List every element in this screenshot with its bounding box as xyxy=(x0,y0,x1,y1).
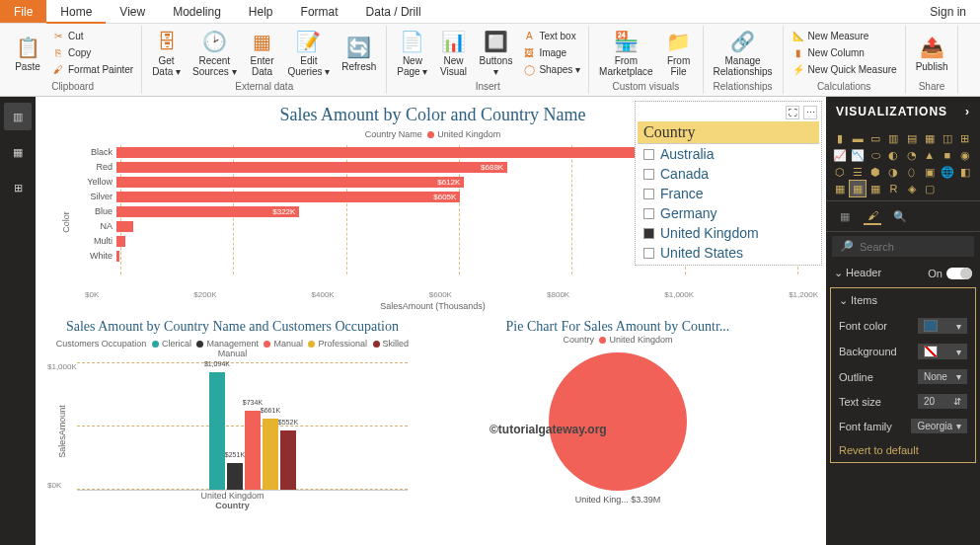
viz-type-icon[interactable]: ⬡ xyxy=(832,164,848,180)
report-view-button[interactable]: ▥ xyxy=(4,103,32,130)
cut-button[interactable]: ✂Cut xyxy=(49,28,135,43)
slicer-item[interactable]: United States xyxy=(638,243,819,263)
textsize-input[interactable]: 20⇵ xyxy=(918,394,967,409)
slicer-focus-icon[interactable]: ⛶ xyxy=(786,106,799,119)
file-menu[interactable]: File xyxy=(0,0,46,23)
new-page-button[interactable]: 📄New Page ▾ xyxy=(393,26,431,79)
viz-type-icon[interactable]: ▦ xyxy=(922,130,938,146)
quick-measure-button[interactable]: ⚡New Quick Measure xyxy=(790,61,899,77)
viz-type-icon[interactable]: ■ xyxy=(940,147,955,163)
insert-group-label: Insert xyxy=(393,79,582,94)
viz-type-icon[interactable]: ▣ xyxy=(922,164,938,180)
slicer-more-icon[interactable]: ⋯ xyxy=(803,106,817,119)
viz-type-icon[interactable]: ◉ xyxy=(957,147,973,163)
viz-type-icon[interactable]: ⬭ xyxy=(867,147,883,163)
viz-type-icon[interactable]: ▬ xyxy=(850,130,866,146)
search-input[interactable] xyxy=(860,241,980,253)
revert-default-link[interactable]: Revert to default xyxy=(831,438,975,462)
viz-type-icon[interactable]: ⬢ xyxy=(867,164,883,180)
viz-type-icon[interactable]: ⊞ xyxy=(957,130,973,146)
analytics-tab[interactable]: 🔍 xyxy=(891,207,909,225)
copy-button[interactable]: ⎘Copy xyxy=(49,44,135,60)
slicer-item[interactable]: France xyxy=(638,184,819,203)
model-view-button[interactable]: ⊞ xyxy=(4,174,32,201)
new-column-button[interactable]: ▮New Column xyxy=(790,44,899,60)
header-section[interactable]: ⌄ HeaderOn xyxy=(826,261,980,285)
report-canvas[interactable]: Sales Amount by Color and Country Name C… xyxy=(36,97,826,545)
viz-type-icon[interactable]: ▦ xyxy=(867,181,883,196)
bar-label: NA xyxy=(83,221,116,231)
country-slicer[interactable]: ⛶ ⋯ Country AustraliaCanadaFranceGermany… xyxy=(635,101,822,266)
viz-type-icon[interactable]: ◐ xyxy=(885,147,901,163)
viz-type-icon[interactable]: R xyxy=(885,181,901,196)
get-data-button[interactable]: 🗄Get Data ▾ xyxy=(148,26,185,79)
viz-type-icon[interactable]: ▥ xyxy=(885,130,901,146)
from-file-button[interactable]: 📁From File xyxy=(661,26,697,79)
fields-tab[interactable]: ▦ xyxy=(836,207,854,225)
viz-type-icon[interactable] xyxy=(957,181,973,196)
chart2[interactable]: Sales Amount by Country Name and Custome… xyxy=(47,319,417,516)
image-icon: 🖼 xyxy=(522,45,536,59)
help-tab[interactable]: Help xyxy=(235,1,287,23)
recent-sources-button[interactable]: 🕑Recent Sources ▾ xyxy=(188,26,240,79)
format-tab-viz[interactable]: 🖌 xyxy=(864,207,881,225)
viz-type-icon[interactable]: ☰ xyxy=(850,164,866,180)
slicer-item[interactable]: Australia xyxy=(638,144,819,164)
fontfamily-select[interactable]: Georgia▾ xyxy=(911,419,967,433)
enter-data-button[interactable]: ▦Enter Data xyxy=(245,26,280,79)
chart-icon: 📊 xyxy=(439,28,467,55)
home-tab[interactable]: Home xyxy=(46,1,106,23)
viz-type-icon[interactable]: ▲ xyxy=(922,147,938,163)
viz-type-icon[interactable]: ▭ xyxy=(867,130,883,146)
slicer-item[interactable]: United Kingdom xyxy=(638,223,819,243)
viz-type-icon[interactable]: ◧ xyxy=(957,164,973,180)
bar-fill xyxy=(116,236,125,247)
chart3[interactable]: Pie Chart For Sales Amount by Countr... … xyxy=(417,319,818,516)
viz-type-icon[interactable] xyxy=(940,181,955,196)
format-painter-button[interactable]: 🖌Format Painter xyxy=(49,61,135,77)
model-icon: ⊞ xyxy=(14,182,23,195)
manage-relationships-button[interactable]: 🔗Manage Relationships xyxy=(710,26,777,79)
items-section[interactable]: ⌄ Items xyxy=(831,288,975,313)
signin-link[interactable]: Sign in xyxy=(916,1,980,23)
paste-button[interactable]: 📋Paste xyxy=(10,32,45,74)
image-button[interactable]: 🖼Image xyxy=(520,44,582,60)
header-toggle[interactable] xyxy=(946,268,972,279)
outline-select[interactable]: None▾ xyxy=(918,369,967,384)
buttons-button[interactable]: 🔲Buttons ▾ xyxy=(475,26,516,79)
new-visual-button[interactable]: 📊New Visual xyxy=(435,26,471,79)
viz-type-icon[interactable]: ▢ xyxy=(922,181,938,196)
bar-fill: $605K xyxy=(116,192,460,202)
viz-type-icon[interactable]: ◫ xyxy=(940,130,955,146)
viz-type-icon[interactable]: ⬯ xyxy=(904,164,920,180)
viz-type-icon[interactable]: ▤ xyxy=(904,130,920,146)
font-color-picker[interactable]: ▾ xyxy=(918,318,967,334)
textbox-button[interactable]: AText box xyxy=(520,28,582,43)
text-icon: A xyxy=(522,29,536,42)
shapes-button[interactable]: ◯Shapes ▾ xyxy=(520,61,582,77)
viz-type-icon[interactable]: ◈ xyxy=(904,181,920,196)
format-tab[interactable]: Format xyxy=(287,1,352,23)
viz-type-icon[interactable]: ▦ xyxy=(850,181,866,196)
new-measure-button[interactable]: 📐New Measure xyxy=(790,28,899,43)
datadrill-tab[interactable]: Data / Drill xyxy=(352,1,435,23)
chart1-xlabel: SalesAmount (Thousands) xyxy=(47,301,818,311)
viz-type-icon[interactable]: ▦ xyxy=(832,181,848,196)
viz-type-icon[interactable]: ◑ xyxy=(885,164,901,180)
view-tab[interactable]: View xyxy=(106,1,159,23)
viz-type-icon[interactable]: ◔ xyxy=(904,147,920,163)
edit-queries-button[interactable]: 📝Edit Queries ▾ xyxy=(284,26,335,79)
viz-type-icon[interactable]: ▮ xyxy=(832,130,848,146)
chevron-right-icon[interactable]: › xyxy=(965,105,970,118)
slicer-item[interactable]: Germany xyxy=(638,203,819,223)
modeling-tab[interactable]: Modeling xyxy=(159,1,235,23)
viz-type-icon[interactable]: 🌐 xyxy=(940,164,955,180)
viz-type-icon[interactable]: 📈 xyxy=(832,147,848,163)
refresh-button[interactable]: 🔄Refresh xyxy=(338,32,380,74)
publish-button[interactable]: 📤Publish xyxy=(912,32,952,74)
slicer-item[interactable]: Canada xyxy=(638,164,819,184)
marketplace-button[interactable]: 🏪From Marketplace xyxy=(595,26,656,79)
data-view-button[interactable]: ▦ xyxy=(4,138,32,166)
viz-type-icon[interactable]: 📉 xyxy=(850,147,866,163)
background-picker[interactable]: ▾ xyxy=(918,344,967,359)
